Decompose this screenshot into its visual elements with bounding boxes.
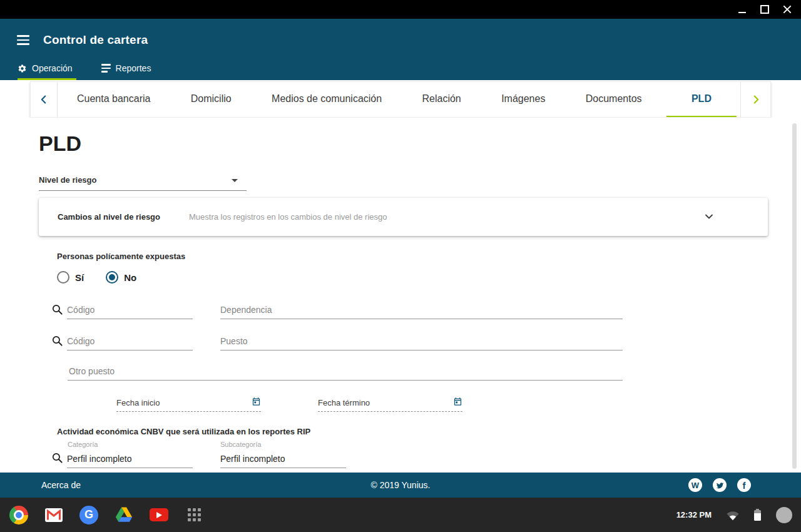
vertical-scrollbar-thumb[interactable] — [792, 123, 797, 469]
nivel-de-riesgo-select[interactable]: Nivel de riesgo — [39, 174, 247, 191]
tab-cuenta-bancaria[interactable]: Cuenta bancaria — [61, 82, 166, 117]
radio-no-label: No — [124, 272, 136, 283]
app-launcher-icon[interactable] — [184, 505, 204, 525]
codigo-puesto-input[interactable]: Código — [67, 334, 193, 350]
minimize-button[interactable] — [735, 2, 750, 17]
nav-label-reportes: Reportes — [116, 63, 151, 73]
tab-documentos[interactable]: Documentos — [570, 82, 658, 117]
chrome-glyph — [9, 506, 28, 524]
drive-glyph — [115, 506, 133, 524]
categoria-label: Categoría — [68, 441, 98, 448]
tab-pld[interactable]: PLD — [666, 82, 737, 117]
puesto-input[interactable]: Puesto — [220, 334, 623, 350]
categoria-input[interactable]: Perfil incompleto — [67, 452, 193, 468]
tab-imagenes[interactable]: Imágenes — [486, 82, 561, 117]
fecha-inicio-field[interactable]: Fecha inicio — [116, 396, 261, 412]
battery-icon — [754, 509, 761, 521]
subcategoria-value: Perfil incompleto — [220, 452, 346, 464]
google-icon[interactable]: G — [79, 505, 99, 525]
radio-selected-icon — [106, 271, 118, 284]
radio-si[interactable]: Sí — [57, 271, 84, 284]
fecha-termino-field[interactable]: Fecha término — [318, 396, 462, 412]
fecha-inicio-label: Fecha inicio — [116, 396, 160, 411]
cambios-nivel-riesgo-panel[interactable]: Cambios al nivel de riesgo Muestra los r… — [39, 198, 768, 236]
taskbar: G 12:32 PM — [0, 498, 801, 532]
pep-label: Personas polícamente expuestas — [57, 252, 185, 261]
app-header: Control de cartera Operación Reportes — [0, 19, 801, 80]
otro-puesto-input[interactable]: Otro puesto — [68, 364, 623, 381]
twitter-icon[interactable] — [713, 478, 727, 492]
tabs-scroll-right-button[interactable] — [740, 82, 770, 117]
page-title: PLD — [39, 131, 81, 156]
wifi-icon — [727, 509, 739, 521]
app-title: Control de cartera — [43, 33, 148, 47]
gmail-glyph — [45, 508, 63, 522]
fecha-termino-label: Fecha término — [318, 396, 370, 411]
avatar — [776, 507, 792, 523]
codigo-placeholder: Código — [67, 303, 193, 315]
calendar-icon — [252, 397, 261, 406]
tab-domicilio[interactable]: Domicilio — [175, 82, 247, 117]
nivel-de-riesgo-label: Nivel de riesgo — [39, 175, 96, 185]
subcategoria-label: Subcategoría — [220, 441, 261, 448]
dependencia-placeholder: Dependencia — [220, 303, 623, 315]
tabs-scroll-left-button[interactable] — [31, 82, 58, 117]
maximize-icon — [760, 5, 769, 14]
pep-radio-group: Sí No — [57, 271, 136, 284]
codigo-dependencia-input[interactable]: Código — [67, 303, 193, 319]
tab-medios-de-comunicacion[interactable]: Medios de comunicación — [256, 82, 397, 117]
tab-relacion[interactable]: Relación — [407, 82, 477, 117]
nav-item-operacion[interactable]: Operación — [18, 63, 76, 80]
caret-down-icon — [232, 179, 238, 182]
close-icon — [783, 5, 792, 14]
facebook-glyph: f — [743, 481, 746, 490]
search-icon — [51, 304, 63, 315]
puesto-placeholder: Puesto — [220, 334, 623, 346]
screen: Control de cartera Operación Reportes Cu… — [0, 0, 801, 532]
maximize-button[interactable] — [757, 2, 772, 17]
radio-unselected-icon — [57, 271, 69, 284]
hamburger-icon[interactable] — [16, 34, 31, 46]
window-titlebar — [0, 0, 801, 19]
calendar-icon — [453, 397, 462, 406]
categoria-value: Perfil incompleto — [67, 452, 193, 464]
twitter-bird-glyph — [716, 481, 724, 489]
chevron-right-icon — [750, 94, 762, 105]
status-area[interactable]: 12:32 PM — [676, 498, 792, 532]
radio-si-label: Sí — [75, 272, 84, 283]
search-icon — [51, 335, 63, 347]
chevron-down-icon — [704, 212, 714, 222]
wordpress-glyph: W — [691, 481, 699, 489]
nav-item-reportes[interactable]: Reportes — [101, 63, 155, 80]
radio-no[interactable]: No — [106, 271, 136, 284]
page-footer: © 2019 Yunius. Acerca de W f — [0, 473, 801, 498]
close-button[interactable] — [780, 2, 795, 17]
chrome-icon[interactable] — [9, 505, 29, 525]
social-links: W f — [688, 478, 751, 492]
minimize-icon — [738, 12, 746, 13]
about-link[interactable]: Acerca de — [41, 480, 81, 490]
panel-description: Muestra los registros en los cambios de … — [189, 212, 387, 222]
cnbv-section-label: Actividad económica CNBV que será utiliz… — [57, 427, 310, 436]
drive-icon[interactable] — [114, 505, 134, 525]
codigo-placeholder: Código — [67, 334, 193, 346]
list-icon — [101, 64, 111, 73]
main-content: PLD Nivel de riesgo Cambios al nivel de … — [0, 118, 801, 473]
nav-label-operacion: Operación — [32, 63, 73, 73]
search-icon — [51, 452, 63, 464]
chevron-left-icon — [38, 94, 49, 105]
clock: 12:32 PM — [676, 510, 712, 519]
gear-icon — [18, 64, 27, 73]
subcategoria-input[interactable]: Perfil incompleto — [220, 452, 346, 468]
gmail-icon[interactable] — [44, 505, 64, 525]
facebook-icon[interactable]: f — [737, 478, 751, 492]
dependencia-input[interactable]: Dependencia — [220, 303, 623, 319]
window-controls — [735, 0, 795, 19]
otro-puesto-placeholder: Otro puesto — [68, 364, 623, 376]
apps-grid-glyph — [188, 508, 201, 521]
wordpress-icon[interactable]: W — [688, 478, 702, 492]
panel-title: Cambios al nivel de riesgo — [58, 212, 189, 222]
section-tabbar: Cuenta bancaria Domicilio Medios de comu… — [30, 81, 771, 118]
youtube-glyph — [150, 508, 168, 521]
youtube-icon[interactable] — [149, 505, 169, 525]
